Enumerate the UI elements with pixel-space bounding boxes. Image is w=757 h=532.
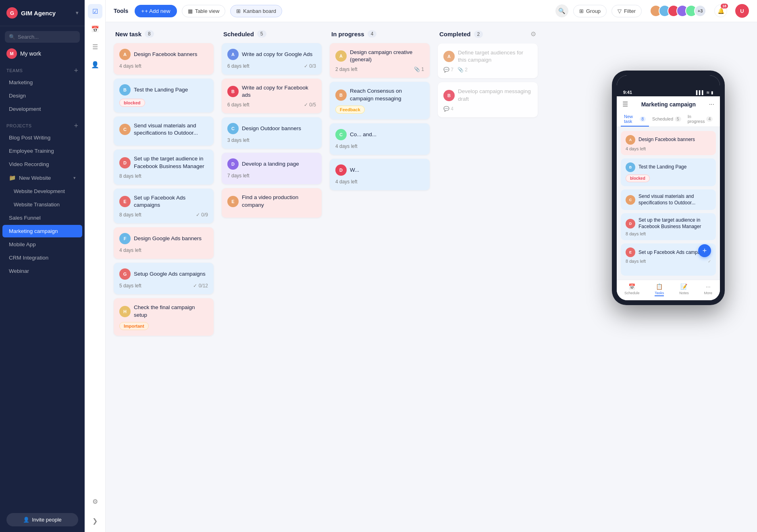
card-design-fb-banners[interactable]: A Design Facebook banners 4 days left <box>114 43 214 75</box>
add-new-button[interactable]: + + Add new <box>135 5 177 17</box>
group-button[interactable]: ⊞ Group <box>573 5 607 17</box>
checklist-icon-btn[interactable]: ☑ <box>88 4 102 19</box>
notch-shape <box>652 77 684 85</box>
phone-menu-icon[interactable]: ☰ <box>622 100 628 108</box>
card-meta: ✓ 0/12 <box>193 283 208 289</box>
card-title: Co... and... <box>350 131 376 138</box>
projects-section-header: Projects + <box>0 118 85 131</box>
sidebar-item-website-trans[interactable]: Website Translation <box>2 198 82 211</box>
user-avatar[interactable]: U <box>735 4 749 18</box>
card-check-final-setup[interactable]: H Check the final campaign setup Importa… <box>114 298 214 335</box>
kanban-icon: ⊞ <box>236 8 241 14</box>
add-project-icon[interactable]: + <box>74 122 78 129</box>
add-team-icon[interactable]: + <box>74 67 78 74</box>
card-setup-google-ads[interactable]: G Setup Google Ads campaigns 5 days left… <box>114 263 214 294</box>
phone-tab-scheduled[interactable]: Scheduled 5 <box>649 111 684 127</box>
settings-icon[interactable]: ⚙ <box>530 30 536 38</box>
card-send-visual-materials[interactable]: C Send visual materials and specificatio… <box>114 116 214 145</box>
card-ip4[interactable]: D W... 4 days left <box>330 159 430 190</box>
blocked-badge: blocked <box>119 99 145 107</box>
collapse-icon-btn[interactable]: ❯ <box>88 513 102 528</box>
card-test-landing-page[interactable]: B Test the Landing Page blocked <box>114 79 214 112</box>
card-target-audience-fb[interactable]: D Set up the target audience in Facebook… <box>114 150 214 184</box>
card-google-ads-banners[interactable]: F Design Google Ads banners 4 days left <box>114 227 214 259</box>
phone-status-bar: 9:41 ▌▌▌ ≋ ▮ <box>617 87 720 96</box>
phone-notch <box>617 75 720 87</box>
card-days: 8 days left <box>119 173 141 179</box>
card-video-production[interactable]: E Find a video production company <box>222 188 322 217</box>
group-icon: ⊞ <box>579 8 584 14</box>
card-reach-consensus[interactable]: B Reach Consensus on campaign messaging … <box>330 82 430 119</box>
phone-nav-tasks[interactable]: 📋 Tasks <box>655 283 664 296</box>
list-icon-btn[interactable]: ☰ <box>88 39 102 54</box>
card-avatar: A <box>443 51 455 62</box>
sidebar-logo[interactable]: G GIM Agency ▾ <box>0 0 85 26</box>
sidebar-item-blog-post[interactable]: Blog Post Writing <box>2 131 82 144</box>
sidebar-item-new-website[interactable]: 📁 New Website ▾ <box>2 171 82 184</box>
phone-tab-in-progress[interactable]: In progress 4 <box>684 111 716 127</box>
card-avatar: A <box>335 50 347 62</box>
sidebar-item-video-recording[interactable]: Video Recording <box>2 158 82 170</box>
phone-card-3[interactable]: C Send visual materials and specificatio… <box>621 189 716 210</box>
phone-more-icon[interactable]: ··· <box>709 101 714 108</box>
card-avatar: E <box>119 196 131 207</box>
sidebar-item-mobile-app[interactable]: Mobile App <box>2 238 82 251</box>
app-name: GIM Agency <box>21 10 56 17</box>
card-days: 4 days left <box>119 63 141 69</box>
card-days: 7 days left <box>227 173 250 179</box>
phone-card-2[interactable]: B Test the Landing Page blocked <box>621 158 716 186</box>
card-campaign-creative[interactable]: A Design campaign creative (general) 2 d… <box>330 43 430 78</box>
phone-cards-list: A Design Facebook banners 4 days left B … <box>617 127 720 280</box>
card-meta: ✓ 0/9 <box>196 212 208 218</box>
notifications-button[interactable]: 🔔 18 <box>714 4 727 17</box>
bell-icon: 🔔 <box>717 8 724 14</box>
search-button[interactable]: 🔍 <box>555 4 568 17</box>
phone-inner: 9:41 ▌▌▌ ≋ ▮ ☰ Marketing campaign ··· <box>617 75 720 300</box>
phone-card-days: 8 days left ✓ <box>626 259 711 264</box>
my-work-avatar: M <box>6 48 17 59</box>
card-fb-ad-copy[interactable]: B Write ad copy for Facebook ads 6 days … <box>222 79 322 113</box>
table-view-button[interactable]: ▦ Table view <box>182 5 226 17</box>
avatars-more[interactable]: +3 <box>694 5 706 17</box>
phone-card-avatar: A <box>626 135 635 145</box>
sidebar-item-sales-funnel[interactable]: Sales Funnel <box>2 212 82 224</box>
my-work-item[interactable]: M My work <box>0 44 85 63</box>
card-outdoor-banners[interactable]: C Design Outdoor banners 3 days left <box>222 117 322 149</box>
sidebar-item-design[interactable]: Design <box>2 89 82 102</box>
card-campaign-messaging-draft[interactable]: B Develop campaign messaging draft 💬 4 <box>438 82 538 117</box>
card-ip3[interactable]: C Co... and... 4 days left <box>330 123 430 155</box>
phone-nav-notes[interactable]: 📝 Notes <box>679 283 689 296</box>
kanban-board: New task 8 A Design Facebook banners 4 d… <box>106 22 757 532</box>
sidebar-item-crm[interactable]: CRM Integration <box>2 251 82 264</box>
sidebar-item-marketing-campaign[interactable]: Marketing campaign <box>2 225 82 237</box>
phone-nav-more[interactable]: ··· More <box>704 283 713 296</box>
card-avatar: B <box>335 89 347 101</box>
card-develop-landing-page[interactable]: D Develop a landing page 7 days left <box>222 153 322 184</box>
card-define-target-audiences[interactable]: A Define target audiences for this campa… <box>438 44 538 78</box>
calendar-icon-btn[interactable]: 📅 <box>88 22 102 36</box>
card-google-ad-copy[interactable]: A Write ad copy for Google Ads 6 days le… <box>222 43 322 75</box>
sidebar-item-development[interactable]: Development <box>2 103 82 115</box>
card-title: Design Google Ads banners <box>134 235 202 242</box>
sidebar-item-employee-training[interactable]: Employee Training <box>2 145 82 157</box>
sidebar-item-website-dev[interactable]: Website Development <box>2 185 82 197</box>
kanban-view-button[interactable]: ⊞ Kanban board <box>230 5 282 17</box>
phone-card-4[interactable]: D Set up the target audience in Facebook… <box>621 213 716 240</box>
person-icon-btn[interactable]: 👤 <box>88 57 102 72</box>
filter-button[interactable]: ▽ Filter <box>611 5 642 17</box>
search-input[interactable]: 🔍 Search... <box>5 31 80 43</box>
tools-label: Tools <box>114 8 128 14</box>
card-title: Write ad copy for Google Ads <box>242 51 312 58</box>
card-fb-ads-campaigns[interactable]: E Set up Facebook Ads campaigns 8 days l… <box>114 189 214 223</box>
card-title: Reach Consensus on campaign messaging <box>350 87 424 102</box>
sidebar-item-marketing[interactable]: Marketing <box>2 76 82 89</box>
invite-people-button[interactable]: 👤 Invite people <box>6 513 78 526</box>
teams-section-header: Teams + <box>0 63 85 76</box>
phone-nav-schedule[interactable]: 📅 Schedule <box>624 283 640 296</box>
card-title: Design Facebook banners <box>134 51 198 58</box>
phone-tab-new-task[interactable]: New task 8 <box>621 111 649 127</box>
phone-card-title: Send visual materials and specifications… <box>638 193 711 206</box>
sidebar-item-webinar[interactable]: Webinar <box>2 265 82 277</box>
phone-card-1[interactable]: A Design Facebook banners 4 days left <box>621 131 716 155</box>
settings-icon-btn[interactable]: ⚙ <box>88 494 102 509</box>
